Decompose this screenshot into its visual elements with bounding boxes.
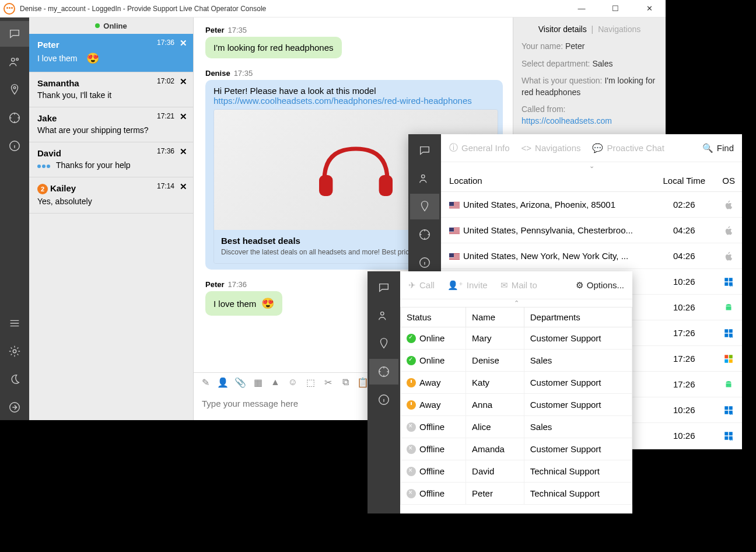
col-name[interactable]: Name xyxy=(466,308,524,327)
operator-dept: Sales xyxy=(524,350,632,372)
col-departments[interactable]: Departments xyxy=(524,308,632,327)
nav-location[interactable] xyxy=(369,331,398,357)
image2-icon[interactable]: ▲ xyxy=(270,376,281,388)
chevron-down-icon[interactable]: ⌄ xyxy=(441,162,742,170)
col-local-time[interactable]: Local Time xyxy=(653,170,715,192)
chat-icon: 💬 xyxy=(592,143,603,153)
nav-operators[interactable] xyxy=(0,105,29,131)
nav-chats[interactable] xyxy=(0,21,29,47)
nav-chats[interactable] xyxy=(369,275,398,301)
operator-row[interactable]: Offline David Technical Support xyxy=(401,460,632,483)
chat-preview: Thank you, I'll take it xyxy=(37,90,186,100)
visitor-row[interactable]: United States, Pennsylvania, Chesterbroo… xyxy=(441,218,742,243)
chat-item[interactable]: Peter I love them 😍 17:36 ✕ xyxy=(29,34,193,72)
visitor-os xyxy=(715,218,742,243)
tab-visitor-details[interactable]: Visitor details xyxy=(538,25,587,34)
nav-menu[interactable] xyxy=(0,310,29,336)
nav-location[interactable] xyxy=(0,77,29,103)
visitor-time: 02:26 xyxy=(653,192,715,218)
paste-icon[interactable]: 📋 xyxy=(357,376,369,388)
svg-rect-32 xyxy=(729,432,733,436)
emoji-icon[interactable]: ☺ xyxy=(287,376,299,388)
code-icon: <> xyxy=(522,143,532,153)
call-button[interactable]: ✈Call xyxy=(408,280,435,291)
chat-item[interactable]: 2Kailey Yes, absolutely 17:14 ✕ xyxy=(29,177,193,214)
add-user-icon[interactable]: 👤 xyxy=(217,376,229,388)
nav-info[interactable] xyxy=(0,133,29,159)
svg-point-0 xyxy=(12,58,15,62)
nav-location[interactable] xyxy=(410,194,439,219)
operator-status: Offline xyxy=(407,488,460,498)
minimize-button[interactable]: — xyxy=(570,4,593,13)
tab-general-info[interactable]: ⓘGeneral Info xyxy=(449,142,510,153)
canned-icon[interactable]: ✎ xyxy=(200,376,211,388)
nav-chats[interactable] xyxy=(410,138,439,163)
operator-dept: Customer Support xyxy=(524,438,632,460)
nav-visitors[interactable] xyxy=(0,49,29,75)
options-button[interactable]: ⚙Options... xyxy=(576,280,624,291)
visitor-time: 04:26 xyxy=(653,243,715,269)
tab-navigations[interactable]: Navigations xyxy=(598,25,640,34)
image-icon[interactable]: ▦ xyxy=(252,376,264,388)
copy-icon[interactable]: ⧉ xyxy=(340,376,351,388)
invite-button[interactable]: 👤⁺Invite xyxy=(447,280,488,291)
close-button[interactable]: ✕ xyxy=(638,4,661,13)
operator-row[interactable]: Offline Alice Sales xyxy=(401,416,632,438)
col-os[interactable]: OS xyxy=(715,170,742,192)
operator-dept: Customer Support xyxy=(524,372,632,394)
nav-info[interactable] xyxy=(369,387,398,413)
us-flag-icon xyxy=(449,202,460,209)
visitor-row[interactable]: United States, New York, New York City, … xyxy=(441,243,742,269)
close-chat-icon[interactable]: ✕ xyxy=(180,181,187,192)
invite-icon: 👤⁺ xyxy=(447,280,463,291)
col-location[interactable]: Location xyxy=(441,170,653,192)
chat-item[interactable]: Samantha Thank you, I'll take it 17:02 ✕ xyxy=(29,72,193,107)
close-chat-icon[interactable]: ✕ xyxy=(180,111,187,122)
visitor-location: United States, Arizona, Phoenix, 85001 xyxy=(441,192,653,218)
close-chat-icon[interactable]: ✕ xyxy=(180,76,187,87)
operator-row[interactable]: Online Mary Customer Support xyxy=(401,327,632,350)
operator-row[interactable]: Away Katy Customer Support xyxy=(401,372,632,394)
gear-icon: ⚙ xyxy=(576,280,583,291)
visitor-os: 10 xyxy=(715,423,742,449)
status-dot-icon xyxy=(407,400,416,410)
find-button[interactable]: 🔍Find xyxy=(702,143,734,153)
visitor-time: 17:26 xyxy=(653,320,715,346)
select-icon[interactable]: ⬚ xyxy=(304,376,316,388)
tab-navigations[interactable]: <>Navigations xyxy=(522,143,581,153)
unread-badge: 2 xyxy=(37,184,48,194)
chat-time: 17:36 xyxy=(157,39,174,47)
chat-item[interactable]: Jake What are your shipping terms? 17:21… xyxy=(29,107,193,142)
product-link[interactable]: https://www.coolheadsets.com/headphones/… xyxy=(214,96,472,106)
visitor-row[interactable]: United States, Arizona, Phoenix, 85001 0… xyxy=(441,192,742,218)
nav-operators[interactable] xyxy=(410,222,439,247)
called-from-link[interactable]: https://coolheadsets.com xyxy=(522,116,612,125)
operator-name: Peter xyxy=(466,483,524,505)
col-status[interactable]: Status xyxy=(401,308,466,327)
nav-visitors[interactable] xyxy=(369,303,398,329)
operator-status: Away xyxy=(407,400,460,410)
status-indicator[interactable]: Online xyxy=(29,18,193,34)
nav-night[interactable] xyxy=(0,366,29,392)
nav-operators[interactable] xyxy=(369,359,398,385)
attach-icon[interactable]: 📎 xyxy=(235,376,246,388)
chevron-up-icon[interactable]: ⌃ xyxy=(400,299,632,307)
mail-button[interactable]: ✉Mail to xyxy=(501,280,537,291)
nav-settings[interactable] xyxy=(0,338,29,364)
visitor-time: 10:26 xyxy=(653,397,715,423)
tab-proactive[interactable]: 💬Proactive Chat xyxy=(592,143,664,153)
operator-name: Denise xyxy=(466,350,524,372)
operator-name: Katy xyxy=(466,372,524,394)
nav-visitors[interactable] xyxy=(410,166,439,191)
operator-row[interactable]: Offline Peter Technical Support xyxy=(401,483,632,505)
operator-row[interactable]: Online Denise Sales xyxy=(401,350,632,372)
cut-icon[interactable]: ✂ xyxy=(322,376,334,388)
close-chat-icon[interactable]: ✕ xyxy=(180,38,187,48)
chat-item[interactable]: David Thanks for your help 17:36 ✕ xyxy=(29,142,193,177)
maximize-button[interactable]: ☐ xyxy=(604,4,627,13)
close-chat-icon[interactable]: ✕ xyxy=(180,146,187,157)
svg-rect-26 xyxy=(724,407,728,410)
nav-logout[interactable] xyxy=(0,394,29,420)
operator-row[interactable]: Away Anna Customer Support xyxy=(401,394,632,416)
operator-row[interactable]: Offline Amanda Customer Support xyxy=(401,438,632,460)
